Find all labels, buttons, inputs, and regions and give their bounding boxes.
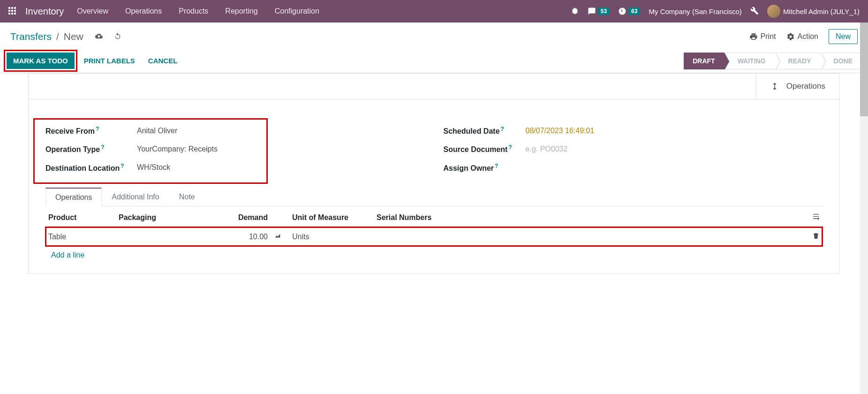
status-bar: DRAFT WAITING READY DONE <box>684 51 861 71</box>
cell-product[interactable]: Table <box>45 227 116 246</box>
cloud-upload-icon[interactable] <box>95 31 103 42</box>
nav-reporting[interactable]: Reporting <box>225 7 257 15</box>
activities-icon[interactable]: 63 <box>618 7 640 15</box>
status-done[interactable]: DONE <box>821 53 861 69</box>
app-brand[interactable]: Inventory <box>25 6 64 17</box>
messages-badge: 53 <box>598 8 610 15</box>
col-product: Product <box>45 208 116 227</box>
apps-menu-icon[interactable] <box>8 7 17 15</box>
print-labels-button[interactable]: PRINT LABELS <box>77 53 142 69</box>
avatar <box>767 5 780 18</box>
status-ready[interactable]: READY <box>775 53 821 69</box>
forecast-icon[interactable] <box>273 233 282 241</box>
activities-badge: 63 <box>628 8 640 15</box>
destination-location-label: Destination Location? <box>45 163 137 173</box>
scrollbar[interactable] <box>860 23 868 293</box>
breadcrumb-parent[interactable]: Transfers <box>10 31 52 42</box>
undo-icon[interactable] <box>113 31 122 42</box>
assign-owner-label: Assign Owner? <box>444 163 526 173</box>
cell-demand[interactable]: 10.00 <box>219 227 271 246</box>
add-a-line[interactable]: Add a line <box>48 246 87 264</box>
action-button[interactable]: Action <box>786 32 818 41</box>
cell-serial[interactable] <box>374 227 804 246</box>
nav-overview[interactable]: Overview <box>77 7 108 15</box>
source-document-label: Source Document? <box>444 144 526 154</box>
cancel-button[interactable]: CANCEL <box>142 53 184 69</box>
new-button[interactable]: New <box>829 29 858 44</box>
status-waiting[interactable]: WAITING <box>725 53 775 69</box>
svg-point-0 <box>817 218 819 220</box>
cell-uom[interactable]: Units <box>289 227 374 246</box>
messages-icon[interactable]: 53 <box>588 7 610 15</box>
user-name: Mitchell Admin (JULY_1) <box>783 8 860 15</box>
tab-additional-info[interactable]: Additional Info <box>102 188 169 206</box>
cell-packaging[interactable] <box>116 227 219 246</box>
breadcrumb-current: New <box>64 31 83 42</box>
col-packaging: Packaging <box>116 208 219 227</box>
delete-line-icon[interactable] <box>812 232 820 242</box>
company-selector[interactable]: My Company (San Francisco) <box>649 8 741 15</box>
scheduled-date-label: Scheduled Date? <box>444 126 526 136</box>
scheduled-date-value[interactable]: 08/07/2023 16:49:01 <box>526 127 595 135</box>
nav-configuration[interactable]: Configuration <box>275 7 319 15</box>
receive-from-label: Receive From? <box>45 126 137 136</box>
tab-operations[interactable]: Operations <box>45 188 102 206</box>
operations-stat-button[interactable]: Operations <box>756 74 839 99</box>
col-serial: Serial Numbers <box>374 208 804 227</box>
operation-type-value[interactable]: YourCompany: Receipts <box>137 145 218 153</box>
tools-icon[interactable] <box>750 7 759 16</box>
destination-location-value[interactable]: WH/Stock <box>137 163 170 172</box>
nav-products[interactable]: Products <box>179 7 208 15</box>
receive-from-value[interactable]: Anital Oliver <box>137 127 177 135</box>
source-document-input[interactable]: e.g. PO0032 <box>526 145 568 153</box>
status-draft[interactable]: DRAFT <box>684 53 724 69</box>
table-row[interactable]: Table 10.00 Units <box>45 227 823 246</box>
breadcrumb: Transfers / New <box>10 31 122 42</box>
breadcrumb-separator: / <box>56 31 59 42</box>
column-settings-icon[interactable] <box>812 213 820 222</box>
user-menu[interactable]: Mitchell Admin (JULY_1) <box>767 5 860 18</box>
bug-icon[interactable] <box>571 7 579 16</box>
nav-operations[interactable]: Operations <box>125 7 162 15</box>
tab-note[interactable]: Note <box>169 188 205 206</box>
mark-as-todo-button[interactable]: MARK AS TODO <box>7 53 75 69</box>
operation-type-label: Operation Type? <box>45 144 137 154</box>
col-uom: Unit of Measure <box>289 208 374 227</box>
col-demand: Demand <box>219 208 271 227</box>
print-button[interactable]: Print <box>749 32 776 41</box>
